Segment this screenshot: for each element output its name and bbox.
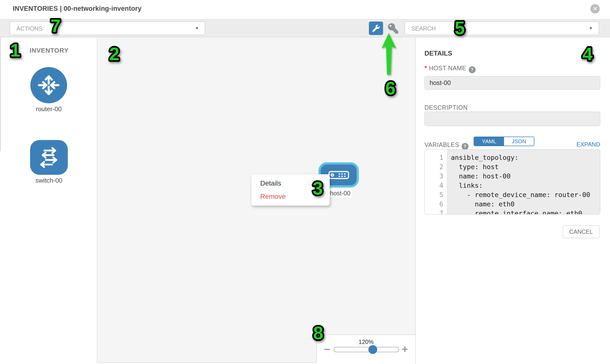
zoom-level-readout: 120% bbox=[317, 338, 415, 345]
line-number: 4 bbox=[425, 181, 443, 190]
cancel-button[interactable]: CANCEL bbox=[563, 225, 599, 238]
toolbox-button[interactable] bbox=[369, 22, 383, 35]
page-title: INVENTORIES | 00-networking-inventory bbox=[13, 5, 142, 13]
router-icon bbox=[36, 72, 61, 98]
key-button[interactable] bbox=[388, 23, 399, 34]
router-shape bbox=[30, 67, 67, 103]
inventory-sidebar: INVENTORY router-00 bbox=[0, 38, 97, 363]
toolbar: ACTIONS ▼ SEARCH ▼ bbox=[0, 19, 610, 37]
line-number: 3 bbox=[425, 172, 443, 181]
line-text: - remote_device_name: router-00 bbox=[451, 190, 590, 199]
switch-icon bbox=[36, 145, 62, 170]
sidebar-heading: INVENTORY bbox=[30, 47, 68, 54]
line-number: 1 bbox=[425, 153, 443, 162]
help-icon[interactable]: ? bbox=[462, 143, 468, 150]
code-line: 1 ansible_topology: bbox=[425, 153, 600, 162]
variables-label-row: VARIABLES? bbox=[425, 141, 468, 150]
actions-dropdown-label: ACTIONS bbox=[16, 25, 43, 32]
key-icon bbox=[388, 23, 398, 34]
topology-canvas[interactable]: host-00 Details Remove 120% − + bbox=[97, 38, 415, 363]
host-icon bbox=[328, 171, 349, 179]
zoom-out-button[interactable]: − bbox=[324, 343, 330, 355]
variables-code-editor[interactable]: 1 ansible_topology: 2 type: host 3 name:… bbox=[425, 149, 600, 214]
palette-item-router[interactable]: router-00 bbox=[30, 67, 67, 113]
context-menu-item-remove[interactable]: Remove bbox=[251, 190, 330, 203]
host-name-field-label-row: *HOST NAME? bbox=[425, 64, 476, 73]
line-text: remote_interface_name: eth0 bbox=[451, 209, 582, 214]
host-node-label: host-00 bbox=[328, 189, 352, 197]
line-text: type: host bbox=[451, 162, 499, 172]
line-number: 7 bbox=[425, 209, 443, 214]
sidebar-scrollbar[interactable] bbox=[0, 38, 1, 151]
code-line: 5 - remote_device_name: router-00 bbox=[425, 190, 600, 199]
close-icon[interactable]: ✕ bbox=[590, 4, 600, 13]
tab-json[interactable]: JSON bbox=[504, 137, 534, 146]
variables-label: VARIABLES bbox=[425, 141, 459, 148]
zoom-slider-track[interactable] bbox=[334, 347, 399, 352]
line-text: name: host-00 bbox=[451, 172, 511, 181]
help-icon[interactable]: ? bbox=[469, 66, 476, 73]
zoom-in-button[interactable]: + bbox=[402, 343, 408, 355]
tab-yaml[interactable]: YAML bbox=[474, 137, 504, 146]
code-line: 2 type: host bbox=[425, 162, 600, 172]
actions-dropdown[interactable]: ACTIONS ▼ bbox=[10, 22, 205, 35]
wrench-icon bbox=[372, 25, 380, 32]
context-menu-item-details[interactable]: Details bbox=[251, 177, 330, 190]
code-line: 7 remote_interface_name: eth0 bbox=[425, 209, 600, 214]
host-name-label: HOST NAME bbox=[429, 65, 466, 71]
search-dropdown-label: SEARCH bbox=[411, 25, 436, 32]
inventory-topology-app: INVENTORIES | 00-networking-inventory ✕ … bbox=[0, 0, 610, 364]
chevron-down-icon: ▼ bbox=[195, 26, 199, 31]
palette-item-label: router-00 bbox=[30, 105, 67, 113]
chevron-down-icon: ▼ bbox=[589, 26, 593, 31]
code-line: 3 name: host-00 bbox=[425, 172, 600, 181]
switch-shape bbox=[30, 140, 68, 175]
code-line: 4 links: bbox=[425, 181, 600, 190]
zoom-slider-thumb[interactable] bbox=[368, 345, 377, 354]
details-panel: DETAILS *HOST NAME? DESCRIPTION VARIABLE… bbox=[416, 38, 610, 364]
line-text: links: bbox=[451, 181, 483, 190]
line-text: name: eth0 bbox=[451, 199, 515, 209]
details-heading: DETAILS bbox=[425, 50, 452, 57]
code-line: 6 name: eth0 bbox=[425, 199, 600, 209]
line-text: ansible_topology: bbox=[451, 153, 519, 162]
search-dropdown[interactable]: SEARCH ▼ bbox=[405, 22, 599, 35]
variables-format-toggle: YAML JSON bbox=[474, 137, 534, 146]
description-input[interactable] bbox=[425, 112, 600, 126]
palette-item-label: switch-00 bbox=[30, 177, 68, 184]
line-number: 2 bbox=[425, 162, 443, 172]
palette-item-switch[interactable]: switch-00 bbox=[30, 140, 68, 184]
zoom-widget: 120% − + bbox=[316, 335, 415, 363]
context-menu: Details Remove bbox=[251, 174, 330, 206]
description-label: DESCRIPTION bbox=[425, 104, 467, 111]
required-asterisk: * bbox=[425, 64, 427, 72]
host-name-input[interactable] bbox=[425, 76, 600, 90]
line-number: 5 bbox=[425, 190, 443, 199]
line-number: 6 bbox=[425, 199, 443, 209]
expand-link[interactable]: EXPAND bbox=[576, 141, 600, 148]
